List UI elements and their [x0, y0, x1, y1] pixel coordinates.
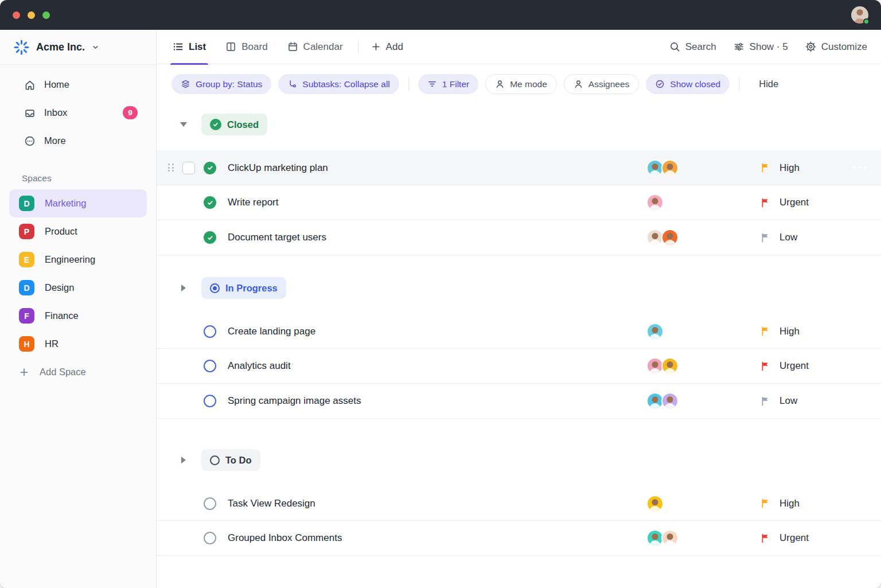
- task-status-in-progress-icon[interactable]: [204, 360, 216, 372]
- task-rows: Task View Redesign High: [157, 486, 881, 556]
- zoom-window-button[interactable]: [42, 11, 50, 19]
- sidebar-item-engineering[interactable]: E Engineering: [9, 246, 147, 274]
- workspace-switcher[interactable]: Acme Inc.: [0, 30, 156, 65]
- sidebar-item-marketing[interactable]: D Marketing: [9, 189, 147, 217]
- task-status-closed-icon[interactable]: [204, 162, 216, 174]
- workspace-logo-icon: [14, 40, 29, 55]
- task-checkbox[interactable]: [182, 162, 195, 174]
- group-header: To Do: [157, 449, 881, 471]
- task-row[interactable]: Grouped Inbox Comments Urgent: [157, 521, 881, 556]
- tab-list[interactable]: List: [171, 30, 207, 64]
- show-closed-pill[interactable]: Show closed: [646, 74, 730, 94]
- space-name: Design: [45, 282, 74, 293]
- assignee-avatar[interactable]: [661, 357, 679, 375]
- sidebar-item-more[interactable]: More: [0, 127, 156, 155]
- assignee-avatar[interactable]: [661, 529, 679, 547]
- assignee-avatar[interactable]: [661, 159, 679, 177]
- sidebar-item-product[interactable]: P Product: [9, 217, 147, 246]
- priority-flag-icon: [761, 163, 770, 173]
- add-space-button[interactable]: Add Space: [9, 358, 147, 386]
- minimize-window-button[interactable]: [28, 11, 35, 19]
- task-row[interactable]: Spring campaign image assets Low: [157, 384, 881, 419]
- customize-button[interactable]: Customize: [805, 41, 867, 53]
- assignee-avatar[interactable]: [661, 392, 679, 410]
- assignee-avatar[interactable]: [646, 495, 664, 512]
- priority-cell[interactable]: High: [761, 498, 881, 509]
- task-title[interactable]: Document target users: [228, 232, 326, 243]
- sidebar-item-finance[interactable]: F Finance: [9, 302, 147, 330]
- priority-cell[interactable]: Low: [761, 395, 881, 407]
- assignee-avatars: [646, 159, 761, 177]
- filter-pill[interactable]: 1 Filter: [418, 74, 478, 94]
- priority-cell[interactable]: Urgent: [761, 360, 881, 372]
- person-icon: [574, 79, 583, 89]
- task-row[interactable]: Document target users Low: [157, 220, 881, 255]
- group-status-pill[interactable]: Closed: [201, 114, 267, 135]
- priority-cell[interactable]: High: [761, 326, 881, 337]
- priority-cell[interactable]: High •••: [761, 162, 881, 174]
- task-title[interactable]: Analytics audit: [228, 360, 291, 372]
- task-row[interactable]: Task View Redesign High: [157, 486, 881, 521]
- group-status-pill[interactable]: To Do: [201, 449, 260, 471]
- priority-cell[interactable]: Low: [761, 232, 881, 243]
- task-status-in-progress-icon[interactable]: [204, 395, 216, 407]
- space-name: Marketing: [45, 198, 86, 209]
- space-name: Finance: [45, 310, 79, 321]
- collapse-caret[interactable]: [180, 285, 188, 291]
- task-title[interactable]: Write report: [228, 197, 279, 208]
- subtask-icon: [287, 79, 297, 89]
- task-status-in-progress-icon[interactable]: [204, 325, 216, 338]
- hide-button[interactable]: Hide: [759, 79, 778, 89]
- task-title[interactable]: ClickUp marketing plan: [228, 162, 328, 174]
- customize-label: Customize: [821, 41, 867, 53]
- user-avatar[interactable]: [851, 6, 868, 24]
- group-by-pill[interactable]: Group by: Status: [171, 74, 271, 94]
- task-title[interactable]: Create landing page: [228, 326, 315, 337]
- sidebar-item-hr[interactable]: H HR: [9, 330, 147, 358]
- drag-handle-icon[interactable]: [168, 163, 176, 172]
- board-view-icon: [225, 41, 236, 52]
- priority-label: Low: [779, 232, 797, 243]
- task-title[interactable]: Task View Redesign: [228, 498, 315, 509]
- search-button[interactable]: Search: [669, 41, 716, 53]
- task-row[interactable]: Analytics audit Urgent: [157, 349, 881, 384]
- task-row[interactable]: ClickUp marketing plan High •••: [157, 150, 881, 185]
- task-status-todo-icon[interactable]: [204, 532, 216, 544]
- assignee-avatar[interactable]: [661, 229, 679, 246]
- sidebar-item-label: Inbox: [44, 107, 67, 118]
- collapse-caret[interactable]: [180, 457, 188, 464]
- task-row[interactable]: Create landing page High: [157, 314, 881, 349]
- sidebar-item-home[interactable]: Home: [0, 71, 156, 99]
- add-view-button[interactable]: Add: [371, 41, 403, 53]
- sidebar-item-design[interactable]: D Design: [9, 274, 147, 302]
- priority-cell[interactable]: Urgent: [761, 532, 881, 544]
- task-status-closed-icon[interactable]: [204, 231, 216, 244]
- close-window-button[interactable]: [13, 11, 20, 19]
- me-mode-pill[interactable]: Me mode: [485, 74, 557, 94]
- calendar-view-icon: [287, 41, 298, 52]
- task-title[interactable]: Spring campaign image assets: [228, 395, 361, 407]
- priority-flag-icon: [761, 499, 770, 508]
- assignees-pill[interactable]: Assignees: [564, 74, 640, 94]
- search-label: Search: [685, 41, 716, 53]
- priority-cell[interactable]: Urgent: [761, 197, 881, 208]
- task-status-closed-icon[interactable]: [204, 196, 216, 209]
- assignee-avatar[interactable]: [646, 323, 664, 340]
- show-button[interactable]: Show · 5: [734, 41, 788, 53]
- group-status-pill[interactable]: In Progress: [201, 277, 286, 299]
- space-badge: H: [19, 336, 34, 352]
- row-actions-ellipsis[interactable]: •••: [852, 162, 868, 174]
- assignee-avatar[interactable]: [646, 194, 664, 211]
- tab-calendar[interactable]: Calendar: [286, 30, 344, 64]
- task-rows: ClickUp marketing plan High •••: [157, 150, 881, 255]
- task-title[interactable]: Grouped Inbox Comments: [228, 532, 342, 544]
- add-view-label: Add: [386, 41, 403, 53]
- tab-board[interactable]: Board: [224, 30, 268, 64]
- collapse-caret[interactable]: [180, 122, 188, 127]
- filter-divider: [408, 77, 409, 91]
- task-status-todo-icon[interactable]: [204, 497, 216, 510]
- subtasks-pill[interactable]: Subtasks: Collapse all: [278, 74, 399, 94]
- sidebar-item-inbox[interactable]: Inbox 9: [0, 99, 156, 127]
- spaces-list: D Marketing P Product E Engineering D De…: [0, 189, 156, 386]
- task-row[interactable]: Write report Urgent: [157, 185, 881, 220]
